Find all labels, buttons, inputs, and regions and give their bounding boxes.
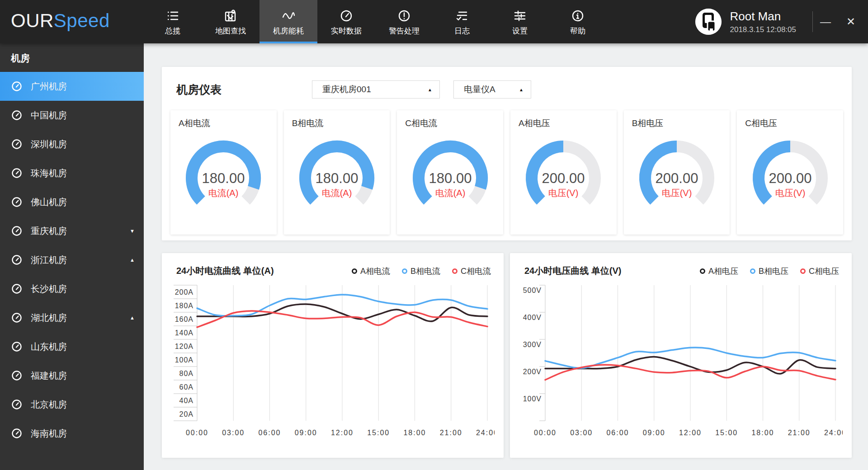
y-tick-label: 160A — [175, 315, 193, 323]
sidebar: 机房 广州机房中国机房深圳机房珠海机房佛山机房重庆机房▼浙江机房▲长沙机房湖北机… — [0, 43, 144, 470]
current-line-chart: 00:0003:0006:0009:0012:0015:0018:0021:00… — [171, 284, 495, 447]
sidebar-item-1[interactable]: 中国机房 — [0, 101, 144, 130]
chevron-up-icon[interactable]: ▲ — [130, 257, 135, 263]
meter-select[interactable]: 电量仪A ▲ — [453, 80, 531, 99]
nav-item-label: 日志 — [454, 26, 470, 36]
brand-prefix: OUR — [11, 10, 54, 31]
nav-item-1[interactable]: 地图查找 — [202, 0, 259, 43]
y-tick-label: 100A — [175, 356, 193, 364]
sidebar-item-0[interactable]: 广州机房 — [0, 72, 144, 101]
avatar[interactable] — [695, 9, 722, 35]
gauge-value: 180.00 — [316, 170, 359, 186]
sidebar-item-label: 深圳机房 — [31, 138, 67, 150]
sidebar-item-12[interactable]: 海南机房 — [0, 419, 144, 448]
sidebar-item-6[interactable]: 浙江机房▲ — [0, 245, 144, 274]
room-gauge-icon — [11, 109, 23, 121]
y-tick-label: 500V — [523, 287, 542, 294]
voltage-chart-card: 24小时电压曲线 单位(V) A相电压B相电压C相电压 00:0003:0006… — [510, 253, 852, 458]
x-tick-label: 09:00 — [643, 429, 665, 437]
current-chart-legend: A相电流B相电流C相电流 — [352, 266, 491, 277]
sidebar-item-label: 浙江机房 — [31, 254, 67, 266]
x-tick-label: 06:00 — [606, 429, 629, 437]
user-block: Root Man 2018.3.15 12:08:05 — ✕ — [695, 0, 868, 43]
x-tick-label: 06:00 — [258, 429, 281, 437]
gauge-dial: 200.00 电压(V) — [629, 132, 724, 222]
x-tick-label: 21:00 — [788, 429, 811, 437]
gauge-unit: 电流(A) — [435, 188, 465, 198]
legend-ring-icon — [402, 268, 407, 274]
avatar-logo — [695, 9, 722, 35]
y-tick-label: 40A — [179, 397, 193, 404]
x-tick-label: 00:00 — [186, 429, 208, 437]
nav-item-7[interactable]: 帮助 — [549, 0, 607, 43]
y-tick-label: 200V — [523, 368, 542, 376]
sidebar-item-label: 湖北机房 — [31, 312, 67, 324]
x-tick-label: 12:00 — [331, 429, 354, 437]
gauge-row: A相电流 180.00 电流(A) B相电流 180.00 电流(A) C相电流… — [162, 110, 852, 235]
room-select-value: 重庆机房001 — [322, 84, 371, 95]
nav-item-5[interactable]: 日志 — [433, 0, 491, 43]
legend-ring-icon — [452, 268, 458, 274]
sidebar-item-3[interactable]: 珠海机房 — [0, 159, 144, 188]
main-content: 机房仪表 重庆机房001 ▲ 电量仪A ▲ A相电流 180.00 电流(A) … — [144, 43, 868, 470]
nav-item-label: 设置 — [512, 26, 528, 36]
voltage-chart-title: 24小时电压曲线 单位(V) — [524, 265, 621, 277]
sidebar-item-4[interactable]: 佛山机房 — [0, 188, 144, 216]
sidebar-item-9[interactable]: 山东机房 — [0, 332, 144, 361]
nav-item-4[interactable]: 警告处理 — [375, 0, 433, 43]
sidebar-item-5[interactable]: 重庆机房▼ — [0, 216, 144, 245]
gauge-card-5: C相电压 200.00 电压(V) — [737, 110, 843, 235]
x-tick-label: 18:00 — [403, 429, 426, 437]
legend-ring-icon — [352, 268, 357, 274]
legend-item-A相电压[interactable]: A相电压 — [700, 266, 738, 277]
gauge-dial: 180.00 电流(A) — [176, 132, 271, 222]
gauge-dial: 200.00 电压(V) — [743, 132, 838, 222]
minimize-button[interactable]: — — [813, 15, 838, 28]
gauge-title: C相电压 — [737, 110, 843, 129]
gauge-card-1: B相电流 180.00 电流(A) — [284, 110, 390, 235]
room-select[interactable]: 重庆机房001 ▲ — [312, 80, 440, 99]
nav-item-2[interactable]: 机房能耗 — [259, 0, 317, 43]
legend-item-C相电压[interactable]: C相电压 — [800, 266, 839, 277]
legend-item-B相电流[interactable]: B相电流 — [402, 266, 440, 277]
nav-item-6[interactable]: 设置 — [491, 0, 549, 43]
voltage-line-chart: 00:0003:0006:0009:0012:0015:0018:0021:00… — [519, 284, 843, 447]
gauge-title: B相电流 — [284, 110, 390, 129]
legend-item-A相电流[interactable]: A相电流 — [352, 266, 390, 277]
list-icon — [166, 9, 179, 23]
room-gauge-icon — [11, 138, 23, 150]
nav-item-label: 机房能耗 — [273, 26, 304, 36]
chevron-up-icon[interactable]: ▲ — [130, 315, 135, 320]
close-button[interactable]: ✕ — [838, 15, 863, 28]
legend-label: B相电流 — [410, 266, 440, 277]
sidebar-item-2[interactable]: 深圳机房 — [0, 130, 144, 159]
current-chart-card: 24小时电流曲线 单位(A) A相电流B相电流C相电流 00:0003:0006… — [162, 253, 504, 458]
room-gauge-icon — [11, 80, 23, 92]
gauge-title: A相电压 — [510, 110, 617, 129]
nav-item-label: 帮助 — [570, 26, 585, 36]
chevron-down-icon[interactable]: ▼ — [130, 228, 135, 234]
sidebar-item-label: 中国机房 — [31, 109, 67, 122]
meters-panel: 机房仪表 重庆机房001 ▲ 电量仪A ▲ A相电流 180.00 电流(A) … — [162, 67, 852, 240]
gauge-value: 180.00 — [429, 170, 472, 186]
gauge-value: 200.00 — [656, 170, 698, 186]
x-tick-label: 15:00 — [715, 429, 738, 437]
sidebar-item-11[interactable]: 北京机房 — [0, 390, 144, 419]
nav-item-label: 地图查找 — [215, 26, 246, 36]
legend-label: C相电流 — [461, 266, 491, 277]
sidebar-item-10[interactable]: 福建机房 — [0, 361, 144, 390]
x-tick-label: 18:00 — [751, 429, 774, 437]
nav-item-3[interactable]: 实时数据 — [317, 0, 375, 43]
gauge-value: 200.00 — [769, 170, 811, 186]
sidebar-item-8[interactable]: 湖北机房▲ — [0, 303, 144, 332]
x-tick-label: 00:00 — [534, 429, 557, 437]
nav-item-label: 警告处理 — [389, 26, 420, 36]
sidebar-item-label: 重庆机房 — [31, 225, 67, 237]
sidebar-item-7[interactable]: 长沙机房 — [0, 274, 144, 303]
legend-item-C相电流[interactable]: C相电流 — [452, 266, 491, 277]
sidebar-item-label: 珠海机房 — [31, 167, 67, 179]
nav-item-0[interactable]: 总揽 — [144, 0, 202, 43]
sidebar-item-label: 山东机房 — [31, 341, 67, 353]
legend-item-B相电压[interactable]: B相电压 — [750, 266, 788, 277]
brand-suffix: Speed — [54, 10, 110, 31]
